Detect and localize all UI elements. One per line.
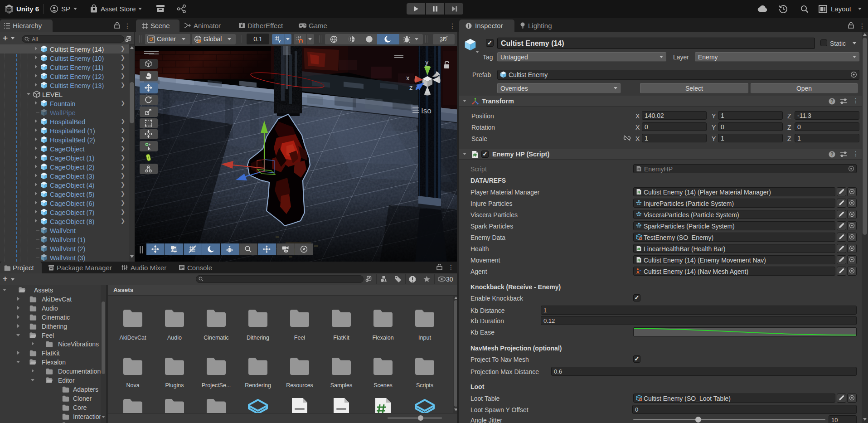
svg-text:Y: Y — [278, 39, 281, 43]
svg-text:?: ? — [830, 98, 833, 104]
svg-text:x: x — [406, 74, 410, 82]
svg-text:+: + — [149, 142, 151, 147]
svg-text:Iso: Iso — [421, 107, 432, 115]
svg-text:y: y — [425, 58, 429, 66]
svg-text:?: ? — [830, 151, 833, 157]
svg-text:z: z — [409, 83, 413, 91]
